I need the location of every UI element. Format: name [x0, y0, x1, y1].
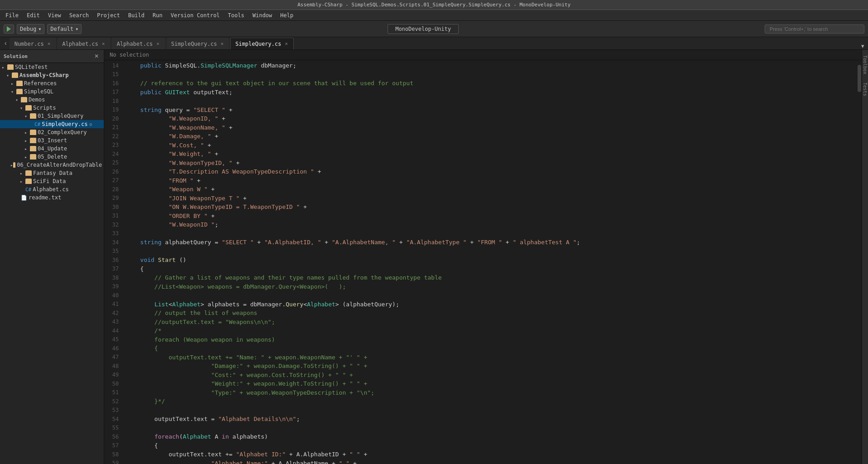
tab-1[interactable]: Alphabet.cs×: [57, 38, 111, 49]
token: +: [396, 238, 406, 247]
menu-item-edit[interactable]: Edit: [23, 11, 44, 19]
token: +: [211, 132, 218, 141]
tab-close-3[interactable]: ×: [220, 40, 225, 47]
token: alphabets): [229, 432, 268, 441]
code-line-49: "Cost:" + weapon.Cost.ToString() + " " +: [126, 371, 857, 380]
token: [126, 176, 169, 185]
tab-0[interactable]: Number.cs×: [10, 38, 57, 49]
menu-item-build[interactable]: Build: [125, 11, 148, 19]
sidebar-close-button[interactable]: ✕: [93, 53, 100, 60]
vertical-scrollbar[interactable]: [857, 60, 862, 464]
debug-chevron: ▾: [38, 26, 41, 32]
token: "Alphabet ID:": [236, 450, 286, 459]
code-line-56: foreach(Alphabet A in alphabets): [126, 432, 857, 441]
token: +: [225, 123, 233, 132]
token: [126, 300, 155, 309]
token: + A.AlphabetID +: [286, 450, 349, 459]
token: outputText.text +=: [126, 450, 236, 459]
menu-item-window[interactable]: Window: [249, 11, 276, 19]
sidebar-item-Fantasy-Data[interactable]: ▸Fantasy Data: [0, 169, 104, 177]
run-button[interactable]: [4, 24, 14, 34]
tab-close-4[interactable]: ×: [284, 40, 289, 47]
scrollbar-thumb[interactable]: [858, 65, 861, 92]
tab-close-2[interactable]: ×: [155, 40, 160, 47]
search-input[interactable]: [765, 24, 864, 34]
token: [126, 220, 169, 229]
sidebar-item-SciFi-Data[interactable]: ▸SciFi Data: [0, 177, 104, 185]
token: (): [176, 256, 186, 265]
tab-close-1[interactable]: ×: [101, 40, 106, 47]
tree-arrow: ▾: [11, 89, 16, 94]
token: "Weapon W ": [169, 185, 208, 194]
code-line-19: string query = "SELECT " +: [126, 106, 857, 115]
platform-dropdown[interactable]: Default ▾: [47, 24, 82, 34]
tests-tab[interactable]: Tests: [862, 79, 868, 100]
menu-item-version-control[interactable]: Version Control: [167, 11, 223, 19]
menu-item-tools[interactable]: Tools: [224, 11, 248, 19]
tab-2[interactable]: Alphabet.cs×: [112, 38, 165, 49]
sidebar-item-readme-txt[interactable]: 📄readme.txt: [0, 193, 104, 202]
line-num-14: 14: [108, 61, 119, 70]
monodevelop-label: MonoDevelop-Unity: [395, 26, 451, 32]
sidebar-item-Assembly-CSharp[interactable]: ▾Assembly-CSharp: [0, 71, 104, 79]
menu-item-run[interactable]: Run: [149, 11, 166, 19]
line-num-51: 51: [108, 388, 119, 397]
sidebar-item-05_Delete[interactable]: ▸05_Delete: [0, 153, 104, 161]
token: [126, 432, 155, 441]
menu-item-project[interactable]: Project: [93, 11, 124, 19]
tab-dropdown-button[interactable]: ▾: [859, 43, 866, 49]
tab-close-0[interactable]: ×: [47, 40, 52, 47]
folder-icon: [30, 130, 36, 135]
code-line-35: [126, 247, 857, 256]
sidebar-item-04_Update[interactable]: ▸04_Update: [0, 145, 104, 153]
menu-item-help[interactable]: Help: [276, 11, 297, 19]
code-line-32: "W.WeaponID ";: [126, 220, 857, 229]
token: " alphabetTest A ": [513, 238, 577, 247]
token: //List<Weapon> weapons = dbManager.Query…: [126, 282, 346, 291]
code-line-48: "Damage:" + weapon.Damage.ToString() + "…: [126, 362, 857, 371]
token: void: [140, 256, 154, 265]
menu-item-search[interactable]: Search: [66, 11, 92, 19]
sidebar-item-SimpleQuery-cs[interactable]: C#SimpleQuery.cs⚙: [0, 120, 104, 128]
titlebar-text: Assembly-CSharp - SimpleSQL.Demos.Script…: [297, 2, 571, 8]
tab-label-1: Alphabet.cs: [62, 41, 98, 47]
line-num-38: 38: [108, 273, 119, 282]
code-line-30: "ON W.WeaponTypeID = T.WeaponTypeID " +: [126, 203, 857, 212]
menu-item-file[interactable]: File: [2, 11, 22, 19]
token: "SELECT ": [222, 238, 253, 247]
sidebar-item-Alphabet-cs[interactable]: C#Alphabet.cs: [0, 185, 104, 193]
token: [126, 141, 169, 150]
tree-arrow: ▸: [24, 146, 30, 151]
sidebar-item-01_SimpleQuery[interactable]: ▾01_SimpleQuery: [0, 112, 104, 120]
tab-3[interactable]: SimpleQuery.cs×: [166, 38, 230, 49]
line-num-36: 36: [108, 256, 119, 265]
sidebar-item-SQLiteTest[interactable]: ▸SQLiteTest: [0, 63, 104, 71]
sidebar-item-References[interactable]: ▸References: [0, 79, 104, 87]
token: [126, 88, 140, 97]
line-numbers: 1415161718192021222324252627282930313233…: [104, 60, 122, 464]
debug-dropdown[interactable]: Debug ▾: [17, 24, 44, 34]
sidebar-item-06_CreateAlterAndDropTable[interactable]: ▸06_CreateAlterAndDropTable: [0, 161, 104, 169]
sidebar-item-03_Insert[interactable]: ▸03_Insert: [0, 136, 104, 145]
token: [126, 123, 169, 132]
platform-label: Default: [50, 26, 73, 32]
tab-4[interactable]: SimpleQuery.cs×: [230, 38, 294, 49]
tree-item-label: SimpleSQL: [24, 88, 53, 95]
code-content[interactable]: public SimpleSQL.SimpleSQLManager dbMana…: [122, 60, 857, 464]
token: [155, 256, 158, 265]
token: +: [349, 459, 357, 464]
tab-prev-button[interactable]: ‹: [2, 37, 10, 49]
sidebar-item-Demos[interactable]: ▾Demos: [0, 96, 104, 104]
sidebar-item-Scripts[interactable]: ▾Scripts: [0, 104, 104, 112]
code-line-21: "W.WeaponName, " +: [126, 123, 857, 132]
token: in: [222, 432, 229, 441]
tab-label-4: SimpleQuery.cs: [235, 41, 281, 47]
sidebar-item-SimpleSQL[interactable]: ▾SimpleSQL: [0, 87, 104, 96]
sidebar-item-02_ComplexQuery[interactable]: ▸02_ComplexQuery: [0, 128, 104, 136]
token: outputText.text =: [126, 415, 218, 424]
toolbox-tab[interactable]: Toolbox: [862, 52, 868, 78]
token: query =: [161, 106, 193, 115]
menu-item-view[interactable]: View: [44, 11, 65, 19]
code-editor[interactable]: 1415161718192021222324252627282930313233…: [104, 60, 862, 464]
code-line-26: "T.Description AS WeaponTypeDescription …: [126, 167, 857, 176]
